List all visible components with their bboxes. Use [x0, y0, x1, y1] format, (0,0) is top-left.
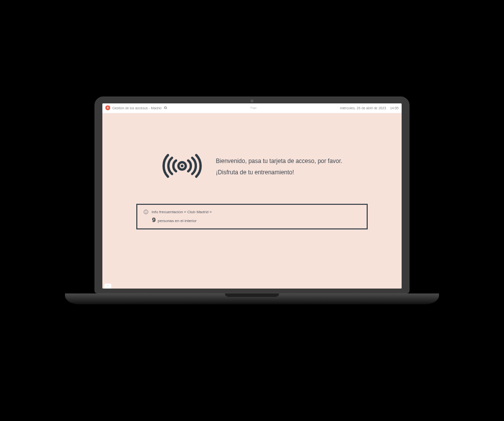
- laptop-bezel: Gestión de los accesos - Madrid Page mié…: [94, 96, 410, 293]
- laptop-shadow: [80, 303, 424, 318]
- chevron-up-icon: ⌃: [107, 284, 109, 287]
- settings-button[interactable]: [163, 106, 167, 110]
- topbar-center-label: Page: [167, 106, 340, 109]
- occupancy-count-row: 9 personas en el interior: [143, 216, 361, 223]
- svg-point-1: [181, 164, 183, 167]
- occupancy-box: Info frecuentación « Club Madrid » 9 per…: [136, 203, 368, 229]
- welcome-line-1: Bienvenido, pasa tu tarjeta de acceso, p…: [216, 156, 343, 167]
- footer-tab[interactable]: ⌃: [104, 283, 111, 288]
- gear-icon: [163, 106, 167, 110]
- broadcast-icon: [162, 151, 202, 182]
- welcome-line-2: ¡Disfruta de tu entrenamiento!: [216, 166, 343, 178]
- svg-point-3: [146, 210, 146, 211]
- page-title: Gestión de los accesos - Madrid: [112, 106, 161, 109]
- date-text: miércoles, 26 de abril de 2023: [340, 106, 386, 109]
- svg-rect-4: [146, 211, 146, 213]
- info-icon: [143, 209, 149, 214]
- main-panel: Bienvenido, pasa tu tarjeta de acceso, p…: [102, 113, 402, 288]
- laptop-mockup: Gestión de los accesos - Madrid Page mié…: [94, 96, 410, 304]
- time-text: 14:05: [390, 106, 399, 109]
- topbar-right: miércoles, 26 de abril de 2023 14:05: [340, 106, 399, 109]
- app-screen: Gestión de los accesos - Madrid Page mié…: [102, 103, 402, 288]
- welcome-row: Bienvenido, pasa tu tarjeta de acceso, p…: [117, 151, 387, 182]
- topbar: Gestión de los accesos - Madrid Page mié…: [102, 103, 402, 113]
- topbar-left: Gestión de los accesos - Madrid: [105, 105, 167, 110]
- laptop-base: [65, 293, 439, 304]
- rocket-icon: [106, 106, 109, 109]
- occupancy-count-suffix: personas en el interior: [158, 218, 196, 223]
- welcome-text: Bienvenido, pasa tu tarjeta de acceso, p…: [216, 156, 343, 178]
- occupancy-count: 9: [152, 216, 156, 223]
- brand-logo[interactable]: [105, 105, 110, 110]
- occupancy-info-label: Info frecuentación « Club Madrid »: [152, 209, 212, 214]
- occupancy-header: Info frecuentación « Club Madrid »: [143, 209, 361, 214]
